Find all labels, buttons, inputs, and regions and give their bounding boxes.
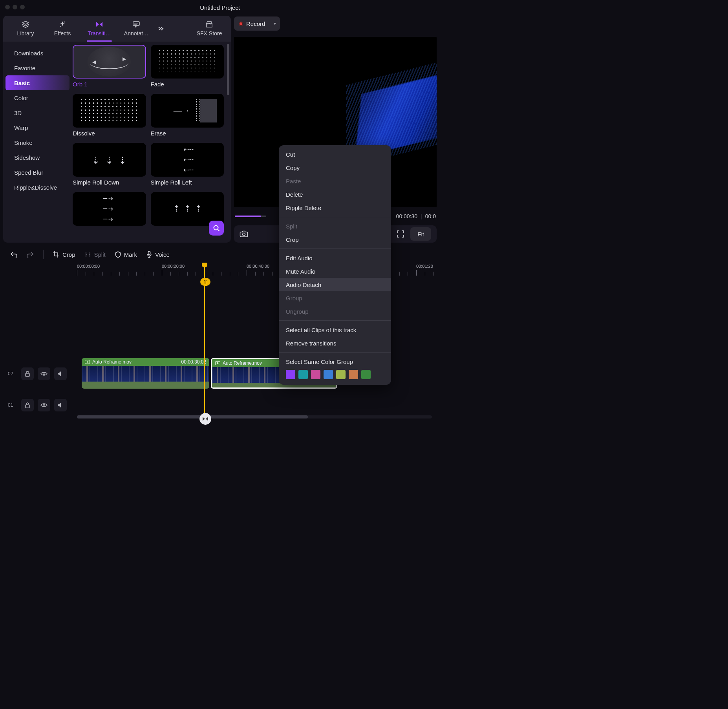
sidebar-item-favorite[interactable]: Favorite [5,60,70,75]
sidebar-item-basic[interactable]: Basic [5,75,70,90]
record-label: Record [246,20,265,27]
ruler-label: 00:00:20:00 [162,264,185,269]
svg-rect-9 [26,405,29,408]
cm-copy[interactable]: Copy [279,161,391,174]
record-dot-icon [239,22,243,26]
sidebar-item-downloads[interactable]: Downloads [5,46,70,60]
split-button[interactable]: Split [82,250,108,259]
tab-label: Library [17,30,34,37]
tabs-overflow-button[interactable] [155,26,166,31]
transition-icon [95,21,103,28]
tab-library[interactable]: Library [7,16,44,42]
color-swatch-green[interactable] [361,370,371,379]
track-visibility-button[interactable] [38,367,50,380]
record-button[interactable]: Record ▾ [234,16,280,31]
mark-label: Mark [124,251,137,258]
sidebar-item-speed-blur[interactable]: Speed Blur [5,165,70,180]
cm-split: Split [279,219,391,233]
stack-icon [22,21,29,28]
crop-label: Crop [62,251,75,258]
time-remainder: 00:0 [425,213,436,219]
clip-name: Auto Reframe.mov [223,360,262,366]
sidebar-item-ripple-dissolve[interactable]: Ripple&Dissolve [5,180,70,195]
cm-remove-transitions[interactable]: Remove transitions [279,336,391,350]
color-swatch-purple[interactable] [286,370,295,379]
category-sidebar: Downloads Favorite Basic Color 3D Warp S… [3,42,72,243]
cm-cut[interactable]: Cut [279,148,391,161]
transition-thumb-roll-right[interactable]: ╌⇢╌⇢╌⇢ [73,192,146,226]
crop-button[interactable]: Crop [51,250,78,259]
cm-edit-audio[interactable]: Edit Audio [279,251,391,265]
track-visibility-button[interactable] [38,399,50,411]
color-swatch-orange[interactable] [349,370,358,379]
sparkle-icon [59,21,66,28]
transition-thumb-fade[interactable] [151,45,224,79]
snapshot-button[interactable] [240,230,248,238]
voice-button[interactable]: Voice [144,249,172,259]
playhead[interactable] [204,264,205,421]
comment-icon [132,21,140,28]
trim-handle[interactable]: ][ [200,278,210,286]
time-current: 00:00:30 [396,213,418,219]
sidebar-item-color[interactable]: Color [5,90,70,105]
transition-thumb-dissolve[interactable] [73,94,146,128]
cm-audio-detach[interactable]: Audio Detach [279,278,391,291]
cm-crop[interactable]: Crop [279,233,391,246]
tab-label: Effects [54,30,71,37]
svg-rect-7 [26,373,29,376]
window-close-icon[interactable] [5,5,10,9]
playback-progress[interactable] [235,216,266,217]
voice-label: Voice [155,251,170,258]
transition-label: Simple Roll Left [151,179,224,186]
search-button[interactable] [209,221,224,236]
cm-mute-audio[interactable]: Mute Audio [279,265,391,278]
track-mute-button[interactable] [54,367,67,380]
sidebar-item-smoke[interactable]: Smoke [5,135,70,150]
transition-marker[interactable] [199,413,211,425]
tab-transitions[interactable]: Transiti… [81,16,118,42]
fullscreen-button[interactable] [396,230,405,238]
cm-ungroup: Ungroup [279,305,391,318]
transition-thumb-erase[interactable]: —→ [151,94,224,128]
tab-sfx-store[interactable]: SFX Store [192,16,227,42]
clip-auto-reframe-1[interactable]: Auto Reframe.mov 00:00:30:02 [82,358,209,389]
redo-button[interactable] [24,250,36,259]
svg-point-0 [64,22,65,22]
cm-ripple-delete[interactable]: Ripple Delete [279,201,391,214]
tab-effects[interactable]: Effects [44,16,81,42]
transition-label: Simple Roll Down [73,179,146,186]
window-zoom-icon[interactable] [20,5,25,9]
cm-select-all-track[interactable]: Select all Clips of this track [279,323,391,336]
transition-thumb-orb1[interactable]: ◀▶ [73,45,146,79]
fit-button[interactable]: Fit [410,227,431,241]
cm-delete[interactable]: Delete [279,188,391,201]
track-number: 02 [8,371,17,376]
time-separator: | [421,213,422,219]
ruler-label: 00:00:40:00 [247,264,269,269]
clip-play-icon [215,361,220,365]
tab-annotations[interactable]: Annotat… [118,16,155,42]
color-swatch-blue[interactable] [324,370,333,379]
transition-thumb-roll-down[interactable]: ⇣⇣⇣ [73,143,146,177]
svg-point-1 [60,26,61,27]
horizontal-scrollbar[interactable] [77,415,432,418]
track-mute-button[interactable] [54,399,67,411]
tab-label: Annotat… [124,30,148,37]
sidebar-item-sideshow[interactable]: Sideshow [5,150,70,165]
track-lock-button[interactable] [21,399,34,411]
transition-thumb-roll-left[interactable]: ⇠╌⇠╌⇠╌ [151,143,224,177]
color-swatch-teal[interactable] [298,370,308,379]
color-swatch-olive[interactable] [336,370,346,379]
cm-paste: Paste [279,174,391,188]
track-lock-button[interactable] [21,367,34,380]
svg-point-5 [243,233,245,236]
mark-button[interactable]: Mark [113,250,139,259]
vertical-scrollbar[interactable] [227,44,229,95]
sidebar-item-3d[interactable]: 3D [5,105,70,120]
tab-bar: Library Effects Transiti… Annotat… [3,16,231,42]
window-minimize-icon[interactable] [13,5,17,9]
color-swatch-pink[interactable] [311,370,320,379]
sidebar-item-warp[interactable]: Warp [5,120,70,135]
undo-button[interactable] [8,250,20,259]
svg-rect-2 [133,22,139,26]
